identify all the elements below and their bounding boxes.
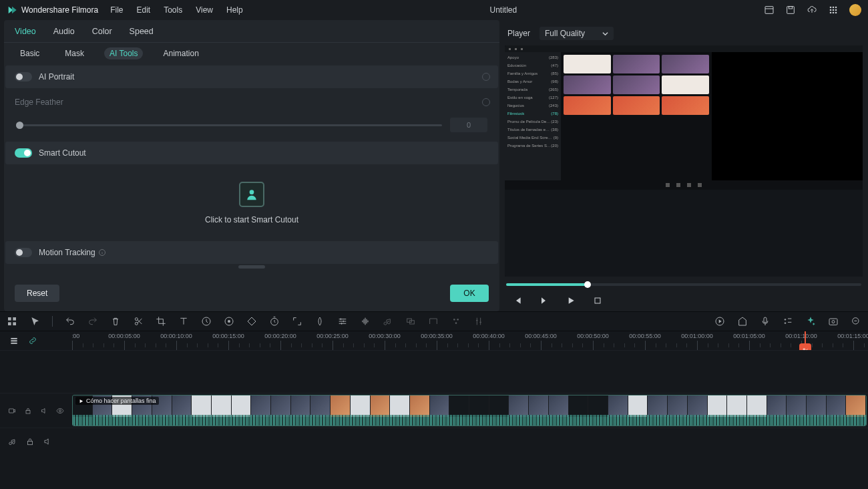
- subtab-aitools[interactable]: AI Tools: [104, 47, 143, 59]
- color-icon[interactable]: [224, 316, 234, 327]
- apps-grid-icon[interactable]: [828, 5, 839, 15]
- delete-icon[interactable]: [110, 316, 121, 327]
- subtab-mask[interactable]: Mask: [59, 47, 89, 59]
- player-label: Player: [507, 29, 530, 38]
- tab-video[interactable]: Video: [15, 27, 36, 36]
- render-icon[interactable]: [714, 316, 725, 327]
- reset-ai-portrait-icon[interactable]: [482, 73, 490, 81]
- record-voiceover-icon[interactable]: [760, 316, 771, 327]
- keyframe-icon[interactable]: [246, 316, 257, 327]
- undo-icon[interactable]: [65, 316, 75, 327]
- svg-point-21: [228, 320, 230, 323]
- svg-point-38: [59, 410, 61, 412]
- player-viewport[interactable]: Apoyo(283) Educación(47) Familia y Amigo…: [505, 45, 863, 277]
- chevron-down-icon: [602, 31, 608, 37]
- mute-icon[interactable]: [43, 437, 52, 446]
- visibility-icon[interactable]: [56, 406, 64, 416]
- menu-tools[interactable]: Tools: [164, 5, 182, 15]
- reset-button[interactable]: Reset: [15, 285, 59, 302]
- player-progress[interactable]: [506, 283, 861, 286]
- save-icon[interactable]: [785, 5, 796, 15]
- expand-icon[interactable]: [292, 316, 302, 327]
- marker-icon[interactable]: [737, 316, 748, 327]
- svg-point-3: [830, 7, 832, 9]
- svg-rect-36: [9, 409, 14, 413]
- audio-icon[interactable]: [360, 316, 371, 327]
- svg-rect-17: [8, 322, 11, 325]
- playhead-handle-icon[interactable]: [799, 343, 811, 350]
- crop-icon[interactable]: [156, 316, 166, 327]
- slider-value-edge-feather[interactable]: 0: [450, 118, 487, 132]
- mixer-icon[interactable]: [473, 316, 484, 327]
- section-edge-feather: Edge Feather: [5, 91, 498, 114]
- svg-point-11: [835, 12, 837, 14]
- snapshot-icon[interactable]: [828, 316, 839, 327]
- toggle-smart-cutout[interactable]: [15, 148, 32, 158]
- svg-point-12: [250, 190, 254, 194]
- svg-point-26: [457, 319, 459, 321]
- quality-dropdown[interactable]: Full Quality: [539, 27, 614, 40]
- ai-tools-icon[interactable]: [805, 316, 816, 327]
- video-clip[interactable]: Cómo hacer pantallas fina: [72, 395, 867, 426]
- ruler-tick: 00:00:05:00: [108, 333, 140, 339]
- ruler-tick: 00:00:45:00: [525, 333, 557, 339]
- cloud-upload-icon[interactable]: [807, 5, 817, 15]
- effects-icon[interactable]: [451, 316, 461, 327]
- ruler-tick: 00:00:10:00: [160, 333, 192, 339]
- ruler-tick: 00:01:10:00: [785, 333, 817, 339]
- split-icon[interactable]: [133, 316, 144, 327]
- ruler-tick: 00:00:50:00: [577, 333, 609, 339]
- timeline-toolbar: [0, 311, 868, 331]
- user-avatar[interactable]: [849, 4, 861, 16]
- align-icon[interactable]: [428, 316, 439, 327]
- ok-button[interactable]: OK: [450, 285, 489, 302]
- text-icon[interactable]: [178, 316, 189, 327]
- reset-edge-feather-icon[interactable]: [482, 98, 490, 106]
- duration-icon[interactable]: [269, 316, 280, 327]
- speed-icon[interactable]: [201, 316, 212, 327]
- layout-icon[interactable]: [764, 5, 775, 15]
- info-icon[interactable]: [98, 249, 106, 257]
- tab-speed[interactable]: Speed: [130, 27, 154, 36]
- progress-handle[interactable]: [584, 281, 591, 288]
- zoom-out-icon[interactable]: [851, 316, 861, 327]
- tab-audio[interactable]: Audio: [53, 27, 75, 36]
- app-logo-icon: [7, 5, 17, 15]
- prev-frame-button[interactable]: [510, 293, 525, 308]
- subtab-animation[interactable]: Animation: [158, 47, 204, 59]
- ruler-tick: 00:00:25:00: [316, 333, 349, 339]
- audio-mixer-icon[interactable]: [783, 316, 793, 327]
- pointer-icon[interactable]: [29, 316, 40, 327]
- menu-help[interactable]: Help: [226, 5, 243, 15]
- adjust-icon[interactable]: [337, 316, 348, 327]
- mute-icon[interactable]: [40, 406, 48, 416]
- slider-track-edge-feather[interactable]: [16, 124, 442, 126]
- ruler-tick: 00:00:40:00: [473, 333, 505, 339]
- start-smart-cutout-button[interactable]: [239, 182, 264, 207]
- tab-color[interactable]: Color: [92, 27, 112, 36]
- redo-icon[interactable]: [87, 316, 98, 327]
- quality-value: Full Quality: [545, 29, 585, 38]
- step-back-button[interactable]: [537, 293, 552, 308]
- timeline-options-icon[interactable]: [9, 336, 19, 345]
- timeline-ruler[interactable]: 00:0000:00:05:0000:00:10:0000:00:15:0000…: [72, 331, 868, 350]
- menu-view[interactable]: View: [196, 5, 213, 15]
- subtab-basic[interactable]: Basic: [15, 47, 45, 59]
- group-icon[interactable]: [405, 316, 416, 327]
- scroll-indicator[interactable]: [238, 265, 265, 269]
- toggle-ai-portrait[interactable]: [15, 72, 32, 82]
- lock-icon[interactable]: [25, 437, 35, 446]
- link-icon[interactable]: [28, 336, 37, 345]
- lock-icon[interactable]: [24, 406, 32, 416]
- ruler-tick: 00:00:35:00: [421, 333, 453, 339]
- grid-icon[interactable]: [7, 316, 17, 327]
- detach-audio-icon[interactable]: [383, 316, 393, 327]
- menu-edit[interactable]: Edit: [137, 5, 151, 15]
- svg-point-8: [835, 9, 837, 11]
- play-button[interactable]: [564, 293, 578, 308]
- toggle-motion-tracking[interactable]: [15, 248, 32, 257]
- green-screen-icon[interactable]: [314, 316, 325, 327]
- menu-file[interactable]: File: [110, 5, 123, 15]
- stop-button[interactable]: [590, 293, 605, 308]
- playhead[interactable]: [805, 331, 806, 350]
